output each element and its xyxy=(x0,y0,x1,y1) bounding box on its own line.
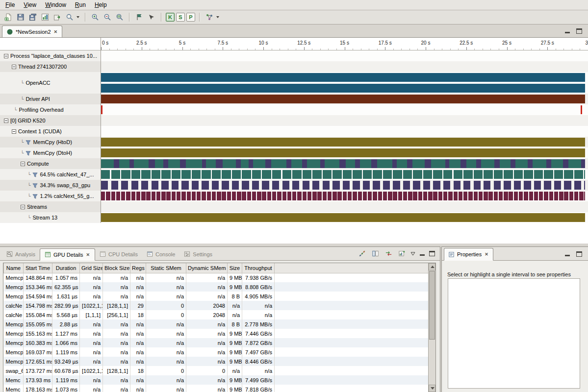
kernel-interval[interactable] xyxy=(563,159,569,168)
collapse-icon[interactable] xyxy=(4,54,8,58)
table-row[interactable]: Memcp154.594 ms1.631 µsn/an/an/an/an/a8 … xyxy=(4,292,429,301)
tree-item-memcpy-dtoh[interactable]: └MemCpy (DtoH) xyxy=(0,147,101,158)
kernel-interval[interactable] xyxy=(129,159,134,168)
kernel-interval[interactable] xyxy=(568,159,581,168)
table-scrollbar[interactable] xyxy=(428,263,435,392)
tab-gpu-details[interactable]: GPU Details✕ xyxy=(40,248,95,261)
kernel-interval[interactable] xyxy=(119,159,130,168)
kernel-interval[interactable] xyxy=(291,159,302,168)
maximize-details-icon[interactable] xyxy=(429,251,435,256)
timeline-lane-memcpy-dtoh[interactable] xyxy=(101,147,588,158)
table-row[interactable]: Memcp148.864 ms1.057 msn/an/an/an/an/a9 … xyxy=(4,273,429,282)
table-row[interactable]: Memcp169.037 ms1.119 msn/an/an/an/an/a9 … xyxy=(4,347,429,357)
tree-item-grid-k520[interactable]: [0] GRID K520 xyxy=(0,115,101,126)
tab-settings[interactable]: Settings xyxy=(179,248,217,260)
search-dropdown-icon[interactable] xyxy=(77,16,79,18)
column-header-duration[interactable]: Duration xyxy=(52,263,80,273)
kernel-interval[interactable] xyxy=(134,159,149,168)
kernel-interval[interactable] xyxy=(511,159,515,168)
collapse-icon[interactable] xyxy=(4,119,8,123)
session-tab-close-icon[interactable]: ✕ xyxy=(53,29,58,34)
analysis-dropdown-icon[interactable] xyxy=(216,16,219,18)
kernel-interval[interactable] xyxy=(149,159,155,168)
kernel-interval[interactable] xyxy=(533,159,546,168)
kernel-interval[interactable] xyxy=(216,159,223,168)
collapse-icon[interactable] xyxy=(21,162,25,166)
overhead-interval[interactable] xyxy=(101,105,102,114)
overhead-interval[interactable] xyxy=(581,105,582,114)
save-all-icon[interactable] xyxy=(27,12,38,23)
tab-console[interactable]: Console xyxy=(142,248,179,260)
kernel-interval[interactable] xyxy=(431,159,445,168)
columns-icon[interactable] xyxy=(371,249,380,258)
kernel-interval[interactable] xyxy=(223,159,236,168)
column-header-throughput[interactable]: Throughput xyxy=(242,263,275,273)
table-row[interactable]: Memc178.163 ms1.073 msn/an/an/an/an/a9 M… xyxy=(4,385,429,392)
timeline-bar-profiling-overhead[interactable] xyxy=(101,105,585,114)
timeline-lane-streams[interactable] xyxy=(101,201,588,212)
minimize-timeline-icon[interactable] xyxy=(564,29,570,34)
timeline-lane-stream-13[interactable] xyxy=(101,212,588,223)
kernel-interval[interactable] xyxy=(163,159,168,168)
tree-item-profiling-overhead[interactable]: └Profiling Overhead xyxy=(0,104,101,115)
table-row[interactable]: Memcp155.163 ms1.127 msn/an/an/an/an/a9 … xyxy=(4,329,429,338)
tree-item-process[interactable]: Process "laplace_data_clauses 10... xyxy=(0,50,101,61)
table-row[interactable]: Memcp160.383 ms1.066 msn/an/an/an/an/a9 … xyxy=(4,338,429,347)
kernel-interval[interactable] xyxy=(412,159,425,168)
kernel-interval[interactable] xyxy=(581,159,585,168)
kernel-interval[interactable] xyxy=(114,159,119,168)
search-icon[interactable] xyxy=(64,12,75,23)
kernel-interval[interactable] xyxy=(271,159,286,168)
kernel-interval[interactable] xyxy=(320,159,325,168)
column-header-size[interactable]: Size xyxy=(228,263,242,273)
kernel-interval[interactable] xyxy=(449,159,461,168)
kernel-interval[interactable] xyxy=(186,159,203,168)
table-row[interactable]: Memc173.93 ms1.119 msn/an/an/an/an/a9 MB… xyxy=(4,375,429,385)
timeline-bar-openacc[interactable] xyxy=(101,73,585,82)
report-icon[interactable] xyxy=(40,12,51,23)
kernel-interval[interactable] xyxy=(494,159,500,168)
kernel-interval[interactable] xyxy=(101,159,114,168)
table-row[interactable]: calcNe154.798 ms282.99 µs[1022,1,1][128,… xyxy=(4,301,429,310)
timeline-lane-compute[interactable] xyxy=(101,158,588,169)
timeline-lane-context-1[interactable] xyxy=(101,126,588,137)
tree-item-thread[interactable]: Thread 2741307200 xyxy=(0,61,101,72)
export-icon[interactable] xyxy=(52,12,63,23)
process-filter-icon[interactable]: P xyxy=(186,13,195,22)
timeline-lane-thread[interactable] xyxy=(101,61,588,72)
tab-cpu-details[interactable]: CPU Details xyxy=(95,248,142,260)
kernel-interval[interactable] xyxy=(551,159,563,168)
save-icon[interactable] xyxy=(15,12,26,23)
flag-icon[interactable] xyxy=(134,12,145,23)
tree-item-context-1[interactable]: Context 1 (CUDA) xyxy=(0,126,101,137)
table-row[interactable]: swap_6173.727 ms60.678 µs[1022,1,1][128,… xyxy=(4,366,429,375)
tab-properties[interactable]: Properties ✕ xyxy=(444,248,493,261)
timeline-bar-driver-api[interactable] xyxy=(101,95,585,103)
kernel-interval[interactable] xyxy=(286,159,291,168)
timeline-bar-swap-63[interactable] xyxy=(101,181,585,190)
kernel-interval[interactable] xyxy=(180,159,186,168)
kernel-interval[interactable] xyxy=(346,159,355,168)
table-row[interactable]: Memcp153.346 ms62.355 µsn/an/an/an/an/a9… xyxy=(4,282,429,292)
column-header-block-size[interactable]: Block Size xyxy=(103,263,130,273)
timeline-lane-swap-63[interactable] xyxy=(101,180,588,191)
kernel-interval[interactable] xyxy=(265,159,272,168)
kernel-interval[interactable] xyxy=(202,159,206,168)
tree-item-calcnext-55[interactable]: └1.2% calcNext_55_g... xyxy=(0,191,101,201)
maximize-properties-icon[interactable] xyxy=(576,251,582,257)
kernel-interval[interactable] xyxy=(392,159,397,168)
menu-help[interactable]: Help xyxy=(90,0,111,9)
kernel-interval[interactable] xyxy=(206,159,216,168)
tree-item-swap-63[interactable]: └34.3% swap_63_gpu xyxy=(0,180,101,191)
timeline-bar-memcpy-dtoh[interactable] xyxy=(101,148,585,157)
timeline-bar-stream-13[interactable] xyxy=(101,213,585,222)
kernel-interval[interactable] xyxy=(466,159,476,168)
trace-icon[interactable] xyxy=(358,249,367,258)
minimize-details-icon[interactable] xyxy=(419,251,425,256)
tree-item-streams[interactable]: Streams xyxy=(0,201,101,212)
kernel-interval[interactable] xyxy=(546,159,551,168)
export-chart-icon[interactable] xyxy=(397,249,407,258)
kernel-interval[interactable] xyxy=(528,159,533,168)
kernel-interval[interactable] xyxy=(460,159,466,168)
analysis-icon[interactable] xyxy=(204,12,215,23)
